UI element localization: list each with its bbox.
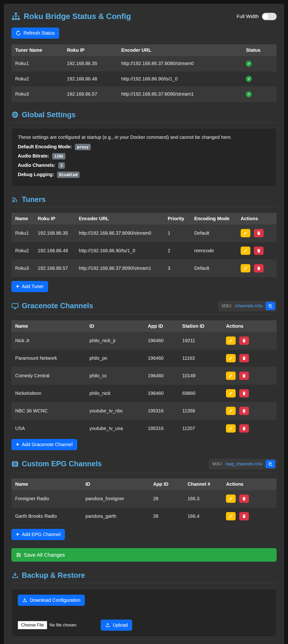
cell-id: philo_nick: [86, 384, 144, 402]
trash-icon: [257, 266, 261, 270]
edit-tuner-button[interactable]: [241, 264, 250, 272]
edit-channel-button[interactable]: [226, 389, 236, 398]
sitemap-icon: [11, 12, 20, 21]
global-settings-card: These settings are configured at startup…: [11, 128, 277, 187]
cell-tuner-name: Roku3: [11, 86, 63, 102]
pencil-icon: [229, 338, 233, 343]
delete-channel-button[interactable]: [239, 354, 249, 362]
tuners-table: Name Roku IP Encoder URL Priority Encodi…: [11, 213, 277, 277]
pencil-icon: [229, 374, 233, 378]
tuner-row: Roku2 192.168.86.48 http://192.168.86.90…: [11, 242, 277, 259]
cell-app-id: 196460: [144, 384, 179, 402]
cell-app-id: 195316: [144, 420, 179, 435]
col-encoding-mode: Encoding Mode: [190, 213, 237, 224]
section-title: Global Settings: [22, 110, 76, 119]
status-row: Roku1 192.168.86.35 http://192.168.86.37…: [11, 56, 277, 71]
gracenote-heading: Gracenote Channels: [11, 302, 93, 310]
setting-label: Default Encoding Mode:: [18, 144, 72, 149]
cell-roku-ip: 192.168.86.35: [63, 56, 118, 71]
page-header: Roku Bridge Status & Config Full Width: [11, 12, 277, 21]
add-epg-channel-button[interactable]: + Add EPG Channel: [11, 529, 65, 540]
delete-channel-button[interactable]: [239, 372, 249, 380]
cell-app-id: 28: [149, 507, 184, 525]
trash-icon: [242, 514, 246, 518]
col-actions: Actions: [222, 320, 277, 332]
switch-knob-icon: [263, 13, 269, 20]
file-input[interactable]: Choose File No file chosen: [18, 621, 101, 629]
gracenote-m3u-copy-button[interactable]: [266, 302, 275, 310]
full-width-switch[interactable]: [262, 13, 277, 20]
cell-id: philo_cc: [86, 367, 144, 384]
copy-icon: [268, 462, 272, 466]
edit-tuner-button[interactable]: [241, 246, 250, 255]
edit-epg-channel-button[interactable]: [226, 494, 236, 503]
edit-tuner-button[interactable]: [241, 229, 250, 237]
cell-name: Roku3: [11, 259, 34, 277]
add-tuner-button[interactable]: + Add Tuner: [11, 281, 48, 292]
setting-value-badge: proxy: [75, 144, 91, 150]
plus-icon: +: [16, 532, 19, 536]
delete-tuner-button[interactable]: [254, 264, 264, 272]
epg-row: Garth Brooks Radio pandora_garth 28 166.…: [11, 507, 277, 525]
epg-row: Foreigner Radio pandora_foreigner 28 166…: [11, 490, 277, 508]
refresh-status-button[interactable]: Refresh Status: [11, 28, 59, 39]
gracenote-row: Paramount Network philo_pn 196460 11163: [11, 349, 277, 367]
edit-channel-button[interactable]: [226, 336, 236, 345]
epg-table-header: Name ID App ID Channel # Actions: [11, 478, 277, 490]
delete-channel-button[interactable]: [239, 389, 249, 398]
plus-icon: +: [16, 442, 19, 446]
delete-epg-channel-button[interactable]: [239, 494, 249, 503]
cell-station-id: 10149: [179, 367, 222, 384]
cell-name: NBC 36 WCNC: [11, 402, 86, 420]
delete-channel-button[interactable]: [239, 407, 249, 415]
edit-epg-channel-button[interactable]: [226, 512, 236, 520]
cell-station-id: 11163: [179, 349, 222, 367]
cell-encoder-url: http://192.168.86.90/ts/1_0: [118, 71, 242, 86]
cell-encoder-url: http://192.168.86.37:8090/stream1: [118, 86, 242, 102]
delete-tuner-button[interactable]: [254, 246, 264, 255]
save-all-button[interactable]: Save All Changes: [11, 548, 277, 562]
edit-channel-button[interactable]: [226, 407, 236, 415]
gracenote-table-scroll[interactable]: Name ID App ID Station ID Actions Nick J…: [11, 320, 277, 435]
add-tuner-label: Add Tuner: [22, 284, 44, 289]
no-file-chosen-text: No file chosen: [49, 623, 77, 628]
cell-name: Foreigner Radio: [11, 490, 82, 508]
status-row: Roku3 192.168.86.57 http://192.168.86.37…: [11, 86, 277, 102]
delete-epg-channel-button[interactable]: [239, 512, 249, 520]
cell-app-id: 195316: [144, 402, 179, 420]
download-config-button[interactable]: Download Configuration: [18, 595, 85, 606]
choose-file-button[interactable]: Choose File: [18, 621, 47, 629]
edit-channel-button[interactable]: [226, 424, 236, 432]
divider: [11, 640, 277, 640]
col-encoder-url: Encoder URL: [75, 213, 164, 224]
tv-icon: [11, 302, 19, 310]
page-title: Roku Bridge Status & Config: [24, 12, 131, 21]
col-name: Name: [11, 320, 86, 332]
gracenote-m3u-link[interactable]: /channels.m3u: [235, 304, 263, 308]
col-status: Status: [242, 44, 277, 56]
delete-channel-button[interactable]: [239, 424, 249, 432]
tuner-row: Roku3 192.168.86.57 http://192.168.86.37…: [11, 259, 277, 277]
refresh-status-label: Refresh Status: [23, 30, 55, 36]
cell-app-id: 196460: [144, 332, 179, 350]
tuners-table-header: Name Roku IP Encoder URL Priority Encodi…: [11, 213, 277, 224]
add-gracenote-channel-button[interactable]: + Add Gracenote Channel: [11, 439, 77, 450]
edit-channel-button[interactable]: [226, 354, 236, 362]
delete-tuner-button[interactable]: [254, 229, 264, 237]
epg-m3u-copy-button[interactable]: [266, 460, 275, 468]
edit-channel-button[interactable]: [226, 372, 236, 380]
divider: [11, 314, 277, 315]
epg-m3u-link[interactable]: /epg_channels.m3u: [225, 462, 263, 466]
pencil-icon: [229, 514, 233, 518]
setting-line: Audio Bitrate: 128k: [18, 153, 270, 160]
cell-roku-ip: 192.168.86.48: [63, 71, 118, 86]
cell-name: USA: [11, 420, 86, 435]
delete-channel-button[interactable]: [239, 336, 249, 345]
upload-label: Upload: [113, 622, 128, 628]
cell-roku-ip: 192.168.86.35: [34, 224, 75, 242]
cell-encoder-url: http://192.168.86.37:8090/stream0: [75, 224, 164, 242]
upload-button[interactable]: Upload: [101, 620, 132, 631]
pencil-icon: [244, 249, 248, 253]
m3u-label: M3U:: [222, 304, 232, 308]
section-title: Backup & Restore: [22, 571, 85, 580]
